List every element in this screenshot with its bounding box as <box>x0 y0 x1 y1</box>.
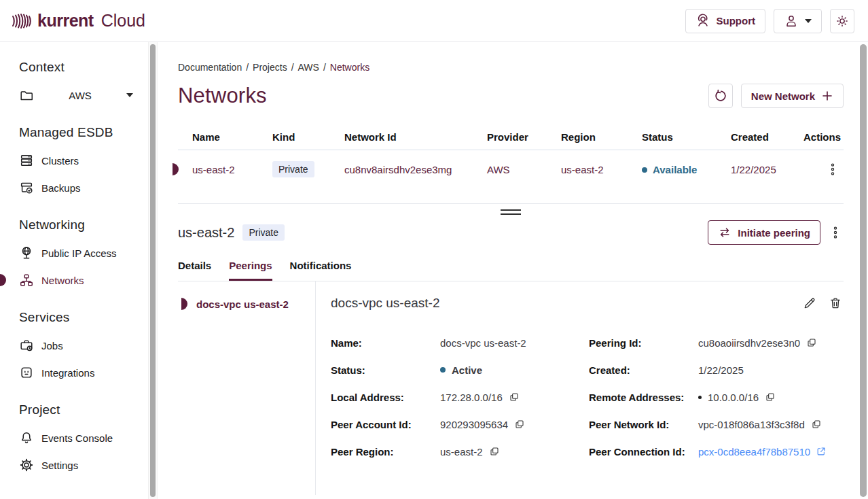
field-label: Peer Network Id: <box>589 419 698 430</box>
theme-toggle-button[interactable] <box>830 9 854 33</box>
copy-button[interactable] <box>765 392 776 402</box>
refresh-button[interactable] <box>708 84 733 108</box>
selected-peering-marker <box>181 298 187 310</box>
new-network-label: New Network <box>751 90 815 102</box>
gear-icon <box>19 458 34 472</box>
copy-icon <box>806 337 817 348</box>
field-label: Name: <box>331 337 440 349</box>
status-dot <box>642 167 647 173</box>
headset-icon <box>695 14 710 29</box>
globe-icon <box>19 245 34 260</box>
sidebar-heading-context: Context <box>19 60 148 75</box>
field-label: Peer Account Id: <box>331 419 440 430</box>
chevron-down-icon <box>126 93 133 97</box>
field-name: Name: docs-vpc us-east-2 <box>331 329 589 356</box>
network-detail-title: us-east-2 <box>178 225 234 241</box>
tab-peerings[interactable]: Peerings <box>229 260 272 281</box>
main-content: Documentation/Projects/AWS/Networks Netw… <box>158 42 868 499</box>
breadcrumb-item[interactable]: Projects <box>253 62 287 73</box>
peering-detail: docs-vpc us-east-2 <box>316 281 844 495</box>
table-row[interactable]: us-east-2 Private cu8nv8airsdhv2ese3mg A… <box>178 150 844 188</box>
sidebar-item-events-console[interactable]: Events Console <box>19 424 148 451</box>
user-menu-button[interactable] <box>774 9 822 33</box>
field-label: Peer Region: <box>331 446 440 458</box>
sidebar-item-networks[interactable]: Networks <box>19 266 148 294</box>
context-value: AWS <box>69 90 92 101</box>
copy-button[interactable] <box>489 446 500 457</box>
new-network-button[interactable]: New Network <box>741 84 844 108</box>
breadcrumb-item[interactable]: Documentation <box>178 62 242 73</box>
field-peer-region: Peer Region: us-east-2 <box>331 438 589 465</box>
sidebar-item-label: Settings <box>41 460 78 471</box>
sidebar-item-backups[interactable]: Backups <box>19 174 148 201</box>
breadcrumb-item[interactable]: AWS <box>298 62 319 73</box>
field-value: docs-vpc us-east-2 <box>440 337 526 349</box>
copy-icon <box>514 419 525 430</box>
panel-actions-menu-button[interactable] <box>827 222 844 243</box>
kebab-icon <box>830 225 841 240</box>
support-button[interactable]: Support <box>685 9 766 33</box>
folder-icon <box>19 88 34 103</box>
field-label: Peering Id: <box>589 337 698 349</box>
field-peer-account-id: Peer Account Id: 920293095634 <box>331 411 589 438</box>
context-selector[interactable]: AWS <box>19 82 133 109</box>
field-remote-addresses: Remote Addresses: 10.0.0.0/16 <box>589 383 844 411</box>
cell-actions <box>789 159 844 179</box>
main-scrollbar[interactable] <box>858 42 868 499</box>
cell-name: us-east-2 <box>178 164 258 175</box>
sidebar-item-jobs[interactable]: Jobs <box>19 332 148 359</box>
networks-table: Name Kind Network Id Provider Region Sta… <box>178 124 844 188</box>
bell-icon <box>19 430 34 445</box>
clusters-icon <box>19 153 34 168</box>
field-local-address: Local Address: 172.28.0.0/16 <box>331 383 589 411</box>
main-scrollbar-thumb[interactable] <box>860 44 867 497</box>
peering-list-item[interactable]: docs-vpc us-east-2 <box>178 298 315 310</box>
tab-notifications[interactable]: Notifications <box>290 260 352 281</box>
plus-icon <box>821 90 833 102</box>
sidebar-item-label: Clusters <box>41 155 79 167</box>
field-value: cu8oaoiirsdhv2ese3n0 <box>698 337 800 349</box>
sidebar-scrollbar-thumb[interactable] <box>150 44 156 497</box>
sidebar-heading-project: Project <box>19 402 148 417</box>
copy-button[interactable] <box>514 419 525 430</box>
kurrent-logo[interactable]: kurrent Cloud <box>11 11 145 31</box>
initiate-peering-button[interactable]: Initiate peering <box>708 220 820 245</box>
field-label: Status: <box>331 364 440 376</box>
sidebar-item-settings[interactable]: Settings <box>19 451 148 479</box>
peer-connection-link[interactable]: pcx-0cd8eea4f78b87510 <box>698 446 827 458</box>
briefcase-clock-icon <box>19 338 34 353</box>
logo-waves-icon <box>11 11 31 31</box>
sun-icon <box>835 14 850 29</box>
panel-drag-handle[interactable] <box>501 209 521 215</box>
field-label: Peer Connection Id: <box>589 446 698 458</box>
sidebar-item-label: Jobs <box>41 340 63 351</box>
product-name: Cloud <box>101 11 145 31</box>
column-header-name: Name <box>178 131 258 143</box>
field-label: Remote Addresses: <box>589 392 698 403</box>
sidebar-item-clusters[interactable]: Clusters <box>19 147 148 174</box>
link-text: pcx-0cd8eea4f78b87510 <box>698 446 810 458</box>
cell-provider: AWS <box>473 164 547 175</box>
edit-peering-button[interactable] <box>801 295 818 311</box>
exchange-arrows-icon <box>718 226 731 239</box>
delete-peering-button[interactable] <box>827 295 844 311</box>
field-peering-id: Peering Id: cu8oaoiirsdhv2ese3n0 <box>589 329 844 356</box>
status-dot <box>440 367 446 373</box>
cell-region: us-east-2 <box>547 164 628 175</box>
copy-button[interactable] <box>811 419 822 430</box>
copy-icon <box>811 419 822 430</box>
breadcrumb-current: Networks <box>330 62 369 73</box>
copy-button[interactable] <box>806 337 817 348</box>
breadcrumb-separator: / <box>323 62 326 73</box>
column-header-kind: Kind <box>258 131 330 143</box>
sidebar-item-integrations[interactable]: Integrations <box>19 359 148 386</box>
row-actions-menu-button[interactable] <box>825 159 841 179</box>
field-created: Created: 1/22/2025 <box>589 356 844 383</box>
tab-details[interactable]: Details <box>178 260 211 281</box>
cell-network-id: cu8nv8airsdhv2ese3mg <box>330 164 473 175</box>
copy-button[interactable] <box>509 392 520 402</box>
refresh-icon <box>714 89 727 103</box>
sidebar-item-label: Integrations <box>41 367 94 379</box>
sidebar-item-public-ip-access[interactable]: Public IP Access <box>19 239 148 266</box>
sidebar-scrollbar[interactable] <box>148 42 158 499</box>
